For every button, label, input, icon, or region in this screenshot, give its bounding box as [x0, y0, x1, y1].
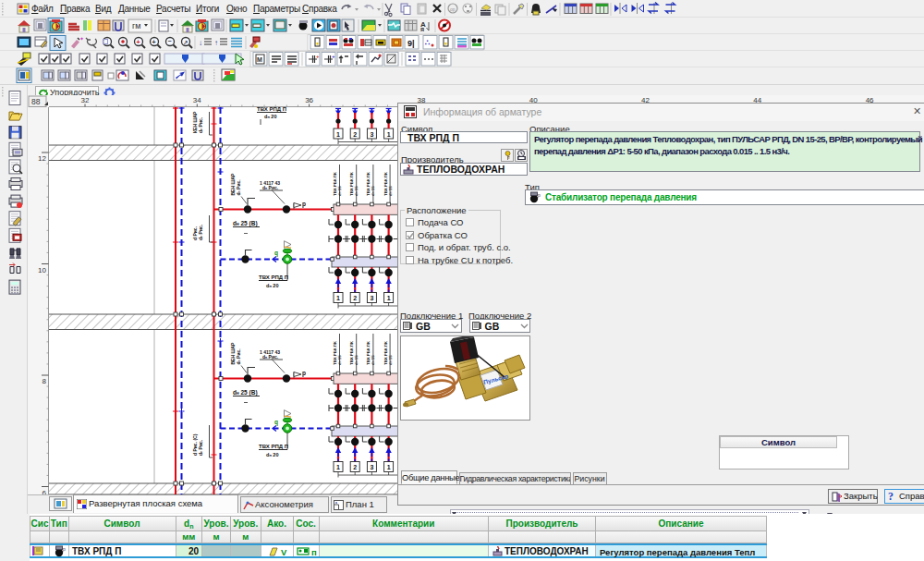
svg-text:✦: ✦	[79, 36, 84, 42]
svg-text:dн 15: dн 15	[388, 355, 393, 365]
svg-text:dн 15: dн 15	[354, 186, 359, 196]
svg-text:p: p	[63, 546, 66, 552]
svg-text:34: 34	[193, 96, 201, 104]
svg-text:Правка: Правка	[60, 4, 91, 14]
svg-text:1: 1	[387, 295, 391, 301]
svg-text:↑: ↑	[214, 39, 218, 47]
svg-text:dн 20: dн 20	[266, 452, 278, 457]
svg-text:dн 15: dн 15	[371, 186, 375, 196]
svg-text:36: 36	[305, 96, 313, 104]
svg-text:12: 12	[38, 154, 46, 163]
svg-text:↗: ↗	[183, 40, 188, 45]
svg-text:dн 25 (В): dн 25 (В)	[233, 389, 258, 396]
svg-text:Справка: Справка	[302, 4, 337, 14]
svg-text:ТВХ РПД П: ТВХ РПД П	[257, 106, 286, 112]
svg-text:dн 25 (В): dн 25 (В)	[233, 220, 258, 227]
svg-text:ТВХ РПД П: ТВХ РПД П	[259, 274, 288, 280]
svg-text:8: 8	[43, 377, 47, 385]
svg-text:Итоги: Итоги	[196, 4, 219, 14]
svg-text:2: 2	[353, 295, 357, 301]
svg-text:88: 88	[31, 97, 41, 106]
svg-text:2: 2	[353, 131, 357, 138]
svg-text:Вид: Вид	[95, 4, 112, 14]
svg-text:↓: ↓	[199, 39, 202, 47]
svg-text:dн Рис.: dн Рис.	[236, 348, 241, 365]
svg-text:dн Рис.: dн Рис.	[262, 185, 279, 190]
svg-text:гм: гм	[132, 21, 140, 30]
svg-text:1: 1	[336, 464, 340, 470]
svg-text:+: +	[316, 54, 320, 59]
svg-text:dн Рис.: dн Рис.	[198, 439, 203, 456]
svg-text:−: −	[168, 38, 172, 44]
svg-text:dн 20: dн 20	[264, 114, 276, 119]
svg-text:32: 32	[81, 96, 90, 104]
svg-text:dн Рис.: dн Рис.	[236, 179, 241, 196]
svg-text:Файл: Файл	[31, 4, 54, 14]
svg-text:p: p	[538, 192, 541, 198]
svg-text:+: +	[137, 39, 140, 45]
svg-text:п: п	[311, 547, 317, 557]
svg-text:я: я	[420, 26, 424, 32]
svg-text:dн 20: dн 20	[266, 283, 278, 288]
svg-text:p: p	[302, 201, 306, 208]
svg-text:9|: 9|	[407, 39, 415, 48]
svg-text:+: +	[332, 54, 335, 59]
svg-text:q: q	[274, 250, 278, 257]
svg-text:1: 1	[387, 131, 391, 138]
svg-text:Окно: Окно	[226, 4, 248, 14]
svg-text:dн 15: dн 15	[354, 355, 359, 365]
svg-text:+: +	[152, 39, 156, 45]
svg-text:ТВХ РПД П: ТВХ РПД П	[259, 444, 288, 449]
svg-text:dн 15: dн 15	[337, 355, 342, 365]
svg-text:dн 15: dн 15	[388, 186, 393, 196]
svg-text:M: M	[257, 56, 262, 63]
svg-text:dн Рис.: dн Рис.	[262, 354, 279, 360]
svg-text:dн 15: dн 15	[371, 355, 375, 365]
svg-text:Расчеты: Расчеты	[156, 4, 190, 14]
svg-text:1: 1	[336, 295, 340, 301]
svg-text:dн Рис.: dн Рис.	[198, 116, 203, 133]
svg-text:Параметры: Параметры	[253, 4, 300, 14]
svg-text:V: V	[281, 547, 287, 557]
svg-text:3: 3	[370, 464, 373, 470]
svg-text:q: q	[274, 419, 278, 426]
svg-text:dн Рис.: dн Рис.	[198, 224, 203, 240]
svg-text:1: 1	[336, 131, 340, 138]
svg-text:ор: ор	[450, 6, 456, 12]
svg-text:3: 3	[370, 131, 373, 138]
svg-text:3: 3	[370, 295, 373, 301]
svg-text:10: 10	[38, 266, 46, 274]
svg-text:2: 2	[353, 464, 357, 470]
svg-text:p: p	[302, 370, 306, 377]
svg-text:dн 15: dн 15	[337, 186, 342, 196]
svg-text:Данные: Данные	[118, 4, 151, 14]
svg-text:∴: ∴	[425, 38, 431, 47]
svg-text:1: 1	[387, 464, 391, 470]
